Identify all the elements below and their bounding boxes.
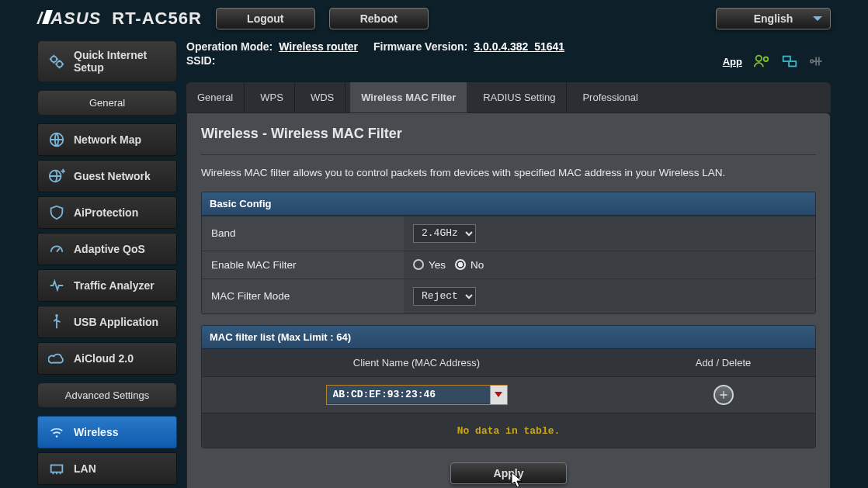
nav-guest-network[interactable]: Guest Network [37, 160, 177, 192]
firmware-label: Firmware Version: [373, 40, 467, 53]
globe-icon [47, 130, 66, 149]
nav-item-label: Guest Network [74, 170, 151, 182]
svg-point-7 [756, 56, 762, 61]
wifi-icon [47, 423, 66, 441]
mac-list-header: MAC filter list (Max Limit : 64) [202, 326, 815, 348]
content-panel: Wireless - Wireless MAC Filter Wireless … [186, 112, 831, 488]
model-text: RT-AC56R [112, 9, 202, 29]
mac-input-wrap [326, 385, 508, 405]
band-label: Band [202, 216, 404, 251]
sidebar-section-general: General [37, 90, 177, 116]
sidebar-section-advanced: Advanced Settings [37, 382, 177, 408]
svg-point-8 [764, 57, 769, 62]
enable-filter-no[interactable]: No [455, 259, 484, 271]
nav-adaptive-qos[interactable]: Adaptive QoS [37, 233, 177, 265]
svg-rect-9 [783, 57, 790, 61]
ssid-label: SSID: [186, 54, 215, 67]
empty-table-text: No data in table. [457, 425, 561, 437]
mac-address-input[interactable] [327, 386, 490, 403]
usb-status-icon[interactable] [809, 53, 826, 70]
enable-filter-label: Enable MAC Filter [202, 251, 404, 279]
pulse-icon [47, 276, 66, 295]
svg-point-1 [57, 61, 62, 67]
operation-mode-link[interactable]: Wireless router [279, 40, 358, 53]
gears-icon [47, 52, 66, 71]
chevron-down-icon [495, 392, 502, 397]
enable-yes-radio[interactable] [413, 259, 424, 270]
add-mac-button[interactable] [713, 385, 734, 405]
nav-network-map[interactable]: Network Map [37, 123, 177, 156]
basic-config: Basic Config Band 2.4GHz Enable MAC Filt… [201, 192, 816, 314]
filter-mode-select[interactable]: Reject [413, 287, 476, 306]
svg-rect-10 [789, 61, 796, 66]
brand-logo: /ASUS RT-AC56R [37, 9, 202, 29]
nav-item-label: Traffic Analyzer [74, 279, 155, 292]
nav-wireless[interactable]: Wireless [37, 416, 177, 448]
nav-item-label: Wireless [74, 426, 118, 438]
page-description: Wireless MAC filter allows you to contro… [201, 166, 816, 181]
svg-point-5 [56, 435, 58, 438]
ethernet-icon [47, 459, 66, 478]
band-select[interactable]: 2.4GHz [413, 224, 476, 243]
tab-mac-filter[interactable]: Wireless MAC Filter [350, 82, 467, 112]
tab-wps[interactable]: WPS [249, 82, 295, 112]
nav-item-label: LAN [74, 462, 96, 475]
filter-mode-label: MAC Filter Mode [202, 279, 404, 313]
quick-internet-setup-label: Quick Internet Setup [74, 49, 147, 74]
logout-button[interactable]: Logout [216, 8, 315, 29]
svg-point-0 [51, 57, 57, 62]
enable-filter-yes[interactable]: Yes [413, 259, 446, 271]
user-icon[interactable] [753, 53, 770, 70]
language-label: English [754, 12, 793, 25]
basic-config-header: Basic Config [202, 192, 815, 216]
col-action: Add / Delete [631, 348, 815, 376]
nav-aiprotection[interactable]: AiProtection [37, 196, 177, 229]
operation-mode-label: Operation Mode: [186, 40, 273, 53]
svg-point-11 [811, 60, 814, 63]
page-title: Wireless - Wireless MAC Filter [201, 126, 816, 155]
chevron-down-icon [813, 16, 822, 21]
tab-radius[interactable]: RADIUS Setting [472, 82, 567, 112]
mac-dropdown-button[interactable] [490, 386, 507, 404]
enable-no-radio[interactable] [455, 259, 466, 270]
brand-text: /ASUS [37, 9, 101, 29]
nav-item-label: AiCloud 2.0 [74, 352, 134, 365]
quick-internet-setup[interactable]: Quick Internet Setup [37, 40, 177, 82]
nav-usb-application[interactable]: USB Application [37, 306, 177, 338]
tab-wds[interactable]: WDS [300, 82, 345, 112]
nav-item-label: USB Application [74, 316, 158, 328]
language-select[interactable]: English [716, 8, 831, 29]
tab-professional[interactable]: Professional [571, 82, 649, 112]
nav-lan[interactable]: LAN [37, 452, 177, 485]
nav-item-label: Adaptive QoS [74, 243, 145, 255]
nav-item-label: AiProtection [74, 206, 138, 219]
svg-point-4 [56, 315, 57, 317]
status-bar: Operation Mode: Wireless router Firmware… [186, 40, 831, 70]
globe-plus-icon [47, 167, 66, 185]
app-link[interactable]: App [723, 56, 742, 67]
nav-aicloud[interactable]: AiCloud 2.0 [37, 342, 177, 375]
firmware-link[interactable]: 3.0.0.4.382_51641 [474, 40, 564, 53]
cloud-icon [47, 349, 66, 368]
nav-item-label: Network Map [74, 133, 141, 146]
nav-traffic-analyzer[interactable]: Traffic Analyzer [37, 269, 177, 302]
network-icon[interactable] [781, 53, 798, 70]
svg-rect-6 [51, 466, 63, 472]
wireless-tabs: General WPS WDS Wireless MAC Filter RADI… [186, 82, 831, 112]
shield-icon [47, 203, 66, 222]
gauge-icon [47, 240, 66, 258]
reboot-button[interactable]: Reboot [329, 8, 429, 29]
mac-filter-list: MAC filter list (Max Limit : 64) Client … [201, 325, 816, 448]
col-client: Client Name (MAC Address) [202, 348, 631, 376]
apply-button[interactable]: Apply [450, 462, 567, 484]
usb-icon [47, 313, 66, 331]
tab-general[interactable]: General [186, 82, 245, 112]
